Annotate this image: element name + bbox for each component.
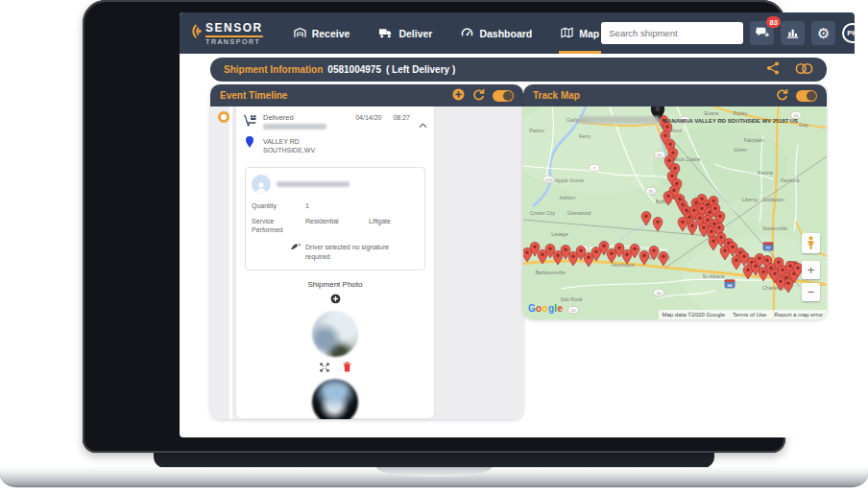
- svg-text:Liberty: Liberty: [742, 197, 758, 202]
- main-nav: Receive Deliver Dashboard Map: [292, 12, 602, 54]
- gear-icon: ⚙: [817, 26, 830, 40]
- shipment-photo-1[interactable]: [312, 311, 358, 357]
- redacted-person-name: [277, 181, 350, 187]
- svg-text:Sissonville: Sissonville: [762, 225, 786, 231]
- bar-chart-icon: [786, 25, 799, 42]
- nav-item-map[interactable]: Map: [559, 12, 601, 54]
- laptop-bezel: SENSOR TRANSPORT Receive Deliver: [83, 0, 785, 453]
- navbar-right: 83 ⚙ PH: [601, 21, 855, 45]
- warehouse-icon: [294, 27, 306, 40]
- app-screen: SENSOR TRANSPORT Receive Deliver: [180, 12, 855, 437]
- svg-text:St Albans: St Albans: [703, 273, 725, 279]
- svg-text:Kentuck: Kentuck: [781, 177, 800, 183]
- svg-text:10: 10: [571, 308, 576, 313]
- map-zoom-out-button[interactable]: −: [802, 283, 820, 301]
- svg-text:Kenna: Kenna: [758, 170, 773, 176]
- truck-icon: [378, 27, 393, 40]
- collapse-chevron[interactable]: [419, 113, 427, 132]
- svg-text:35: 35: [649, 189, 654, 194]
- refresh-timeline-button[interactable]: [472, 87, 485, 105]
- svg-text:Patriot: Patriot: [529, 128, 544, 133]
- top-navbar: SENSOR TRANSPORT Receive Deliver: [180, 12, 855, 54]
- event-address: VALLEY RD SOUTHSIDE,WV: [263, 137, 402, 155]
- shipment-status: ( Left Delivery ): [386, 64, 455, 75]
- svg-text:Gay: Gay: [799, 122, 808, 128]
- event-timeline-header: Event Timeline: [210, 84, 523, 106]
- track-map-panel: Track Map: [523, 84, 827, 319]
- expand-photo-1-button[interactable]: [320, 359, 329, 376]
- link-rings-button[interactable]: [795, 61, 813, 79]
- signature-note: Driver selected no signature required: [305, 243, 405, 261]
- map-zoom-in-button[interactable]: +: [802, 261, 820, 279]
- user-avatar[interactable]: PH: [842, 23, 855, 43]
- map-data-credit: Map data ©2020 Google: [663, 312, 725, 318]
- event-timeline-panel: Event Timeline Delivered: [210, 84, 523, 419]
- timeline-line: [229, 106, 232, 419]
- timeline-event-card: Delivered 04/14/20 08:27 VALLEY RD SO: [236, 106, 434, 418]
- add-event-button[interactable]: [452, 87, 465, 105]
- logo-line1: SENSOR: [205, 21, 263, 37]
- event-time: 08:27: [393, 113, 410, 121]
- event-date: 04/14/20: [355, 113, 381, 121]
- svg-text:77: 77: [766, 246, 771, 250]
- service-value-1: Residential: [305, 217, 369, 234]
- share-button[interactable]: [766, 61, 780, 79]
- terms-of-use-link[interactable]: Terms of Use: [733, 312, 766, 318]
- nav-item-receive[interactable]: Receive: [292, 12, 352, 54]
- report-map-error-link[interactable]: Report a map error: [774, 312, 823, 318]
- shipment-photo-2[interactable]: [312, 379, 358, 419]
- person-avatar: [252, 175, 271, 194]
- track-map-header: Track Map: [523, 84, 827, 106]
- signal-icon: [189, 22, 202, 44]
- google-logo-letter: G: [528, 303, 536, 314]
- event-timeline-body: Delivered 04/14/20 08:27 VALLEY RD SO: [210, 106, 523, 419]
- svg-text:Ripley: Ripley: [734, 110, 748, 116]
- nav-label: Map: [579, 28, 599, 39]
- track-map-svg: GallipolisEvansRipleyGayPatriotFerryWood…: [523, 106, 827, 319]
- redacted-map-label: [579, 116, 660, 124]
- laptop-base: [0, 467, 868, 487]
- chat-icon: [756, 25, 769, 42]
- svg-text:Ferry: Ferry: [579, 133, 591, 139]
- svg-text:Glenwood: Glenwood: [567, 210, 591, 216]
- event-timeline-title: Event Timeline: [220, 90, 287, 101]
- svg-text:Salt Rock: Salt Rock: [560, 296, 582, 302]
- track-map-title: Track Map: [533, 90, 580, 101]
- svg-text:Ashton: Ashton: [560, 195, 576, 200]
- refresh-map-button[interactable]: [776, 87, 788, 105]
- svg-text:34: 34: [657, 291, 662, 295]
- svg-text:Fairplain: Fairplain: [744, 137, 764, 143]
- messages-button[interactable]: 83: [750, 21, 774, 45]
- map-canvas[interactable]: GallipolisEvansRipleyGayPatriotFerryWood…: [523, 106, 827, 319]
- nav-item-dashboard[interactable]: Dashboard: [459, 12, 534, 54]
- delivery-details-card: Quantity 1 Service Performed Residential…: [245, 167, 425, 271]
- delete-photo-1-button[interactable]: [343, 359, 351, 376]
- timeline-node[interactable]: [218, 111, 229, 123]
- laptop-mockup: SENSOR TRANSPORT Receive Deliver: [0, 0, 868, 495]
- svg-text:Goldtown: Goldtown: [762, 197, 784, 202]
- google-logo[interactable]: Google: [528, 303, 563, 314]
- location-pin-icon: [243, 135, 259, 153]
- reports-button[interactable]: [781, 21, 805, 45]
- logo-line2: TRANSPORT: [205, 38, 263, 45]
- add-photo-button[interactable]: [243, 291, 427, 308]
- pegman-button[interactable]: [802, 233, 820, 253]
- svg-text:Crown City: Crown City: [530, 210, 556, 216]
- pegman-icon: [807, 236, 815, 250]
- shipment-photos: Shipment Photo: [243, 280, 427, 419]
- service-value-2: Liftgate: [369, 217, 419, 234]
- svg-text:Evans: Evans: [705, 110, 719, 116]
- map-toggle[interactable]: [796, 90, 817, 102]
- shipment-number: 0581004975: [327, 64, 381, 75]
- shipment-info-title: Shipment Information: [224, 64, 323, 75]
- app-logo[interactable]: SENSOR TRANSPORT: [189, 21, 263, 45]
- nav-item-deliver[interactable]: Deliver: [376, 12, 434, 54]
- map-attribution: Map data ©2020 Google Terms of Use Repor…: [659, 310, 828, 319]
- search-input[interactable]: [601, 22, 743, 44]
- svg-text:Barboursville: Barboursville: [535, 270, 565, 275]
- settings-button[interactable]: ⚙: [811, 21, 835, 45]
- timeline-toggle[interactable]: [493, 90, 514, 102]
- shipment-photo-label: Shipment Photo: [243, 280, 427, 289]
- map-marker-label: KANAWHA VALLEY RD SOUTHSIDE WV 25187 US: [663, 118, 798, 124]
- handtruck-icon: [243, 113, 259, 130]
